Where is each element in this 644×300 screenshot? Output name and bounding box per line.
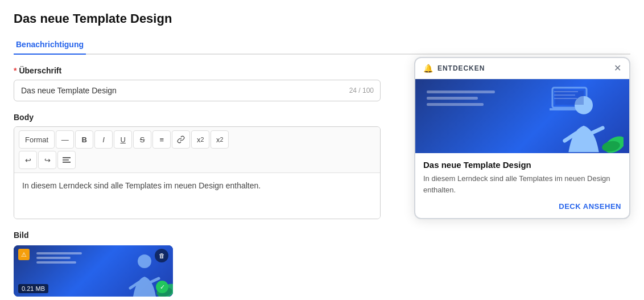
image-check-icon: ✓	[156, 281, 168, 293]
toolbar-row-1: Format — B I U S ≡ x2 x2	[19, 130, 229, 149]
preview-img-line-1	[427, 91, 495, 93]
page-title: Das neue Template Design	[14, 11, 630, 26]
content-area: * Überschrift 24 / 100 Body Format — B I…	[14, 66, 630, 297]
toolbar: Format — B I U S ≡ x2 x2 ↩	[14, 127, 380, 173]
uberschrift-input[interactable]	[14, 80, 381, 101]
redo-button[interactable]: ↪	[38, 151, 56, 169]
preview-header-title: ENTDECKEN	[437, 64, 485, 72]
bild-label: Bild	[14, 231, 381, 240]
preview-close-button[interactable]: ✕	[614, 64, 621, 73]
preview-cta-wrapper: DECK ANSEHEN	[423, 201, 621, 211]
image-delete-button[interactable]: 🗑	[155, 249, 168, 262]
bold-button[interactable]: B	[75, 130, 93, 149]
img-lines	[36, 252, 82, 266]
preview-img-lines	[427, 91, 495, 109]
preview-card: 🔔 ENTDECKEN ✕	[414, 57, 630, 219]
preview-card-title: Das neue Template Design	[423, 160, 621, 170]
strikethrough-button[interactable]: S	[133, 130, 151, 149]
subscript-button[interactable]: x2	[210, 130, 229, 149]
page-container: Das neue Template Design Benachrichtigun…	[0, 0, 644, 300]
tab-benachrichtigung[interactable]: Benachrichtigung	[14, 35, 86, 55]
preview-leaf-decoration	[595, 125, 624, 153]
editor-body[interactable]: In diesem Lerndeck sind alle Templates i…	[14, 173, 380, 219]
undo-button[interactable]: ↩	[19, 151, 37, 169]
img-line-3	[36, 261, 76, 264]
preview-image	[415, 79, 629, 153]
img-line-2	[36, 257, 71, 259]
uberschrift-label: * Überschrift	[14, 66, 381, 75]
svg-point-3	[138, 254, 151, 268]
toolbar-row-2: ↩ ↪	[19, 150, 375, 169]
required-star: *	[14, 66, 16, 75]
img-line-1	[36, 252, 82, 254]
preview-cta-link[interactable]: DECK ANSEHEN	[559, 202, 621, 211]
preview-card-text: In diesem Lerndeck sind alle Templates i…	[423, 173, 621, 195]
preview-card-body: Das neue Template Design In diesem Lernd…	[415, 153, 629, 218]
bell-icon: 🔔	[423, 64, 433, 73]
svg-rect-8	[555, 91, 584, 105]
uberschrift-wrapper: 24 / 100	[14, 80, 381, 101]
italic-button[interactable]: I	[94, 130, 113, 149]
body-label: Body	[14, 113, 381, 122]
em-dash-button[interactable]: —	[56, 130, 74, 149]
format-dropdown[interactable]: Format	[19, 130, 55, 149]
preview-img-line-2	[427, 97, 478, 100]
image-warning-icon: ⚠	[18, 249, 30, 260]
tabs: Benachrichtigung	[14, 35, 630, 55]
left-panel: * Überschrift 24 / 100 Body Format — B I…	[14, 66, 381, 297]
preview-header: 🔔 ENTDECKEN ✕	[415, 58, 629, 79]
underline-button[interactable]: U	[114, 130, 132, 149]
image-thumb: ⚠ 🗑 0.21 MB ✓	[14, 245, 173, 297]
superscript-button[interactable]: x2	[191, 130, 209, 149]
editor-container: Format — B I U S ≡ x2 x2 ↩	[14, 126, 381, 219]
list-button[interactable]: ≡	[152, 130, 171, 149]
preview-img-line-3	[427, 103, 484, 106]
char-count: 24 / 100	[349, 87, 374, 94]
preview-laptop-illustration	[550, 85, 589, 113]
image-size-badge: 0.21 MB	[18, 284, 48, 293]
align-button[interactable]	[57, 151, 76, 169]
preview-header-left: 🔔 ENTDECKEN	[423, 64, 485, 73]
link-button[interactable]	[172, 130, 190, 149]
